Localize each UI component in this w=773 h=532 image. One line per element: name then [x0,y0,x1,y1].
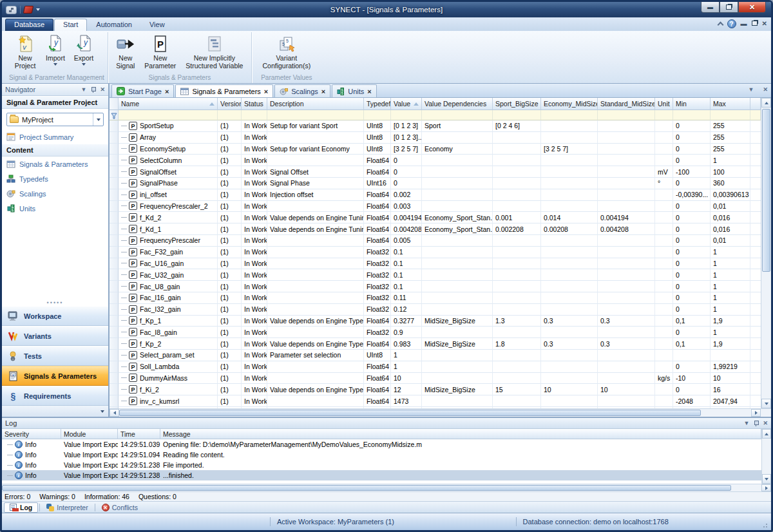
log-close-icon[interactable]: ✕ [763,421,768,426]
filter-cell-value[interactable] [391,110,422,120]
log-row[interactable]: iInfoValue Import Export ...14:29:51.094… [2,450,761,460]
table-row[interactable]: PFac_I8_gain(1)In WorkFloat320.901 [110,327,761,338]
bottomtab-conflicts[interactable]: ✕ Conflicts [97,502,143,513]
doctab-units[interactable]: Units × [332,84,377,97]
scroll-down-icon[interactable] [761,399,771,408]
tab-automation[interactable]: Automation [88,19,140,31]
filter-cell-version[interactable] [218,110,242,120]
table-row[interactable]: Pinj_offset(1)In WorkInjection offsetFlo… [110,189,761,201]
log-column-header-module[interactable]: Module [61,429,118,439]
nav-item-units[interactable]: Units [2,201,108,216]
row-header[interactable] [110,166,119,178]
row-header[interactable] [110,155,119,166]
modules-overflow-icon[interactable] [100,410,104,413]
import-button[interactable]: y Import [42,33,69,67]
column-header-standard[interactable]: Standard_MidSize [598,98,655,110]
row-header[interactable] [110,395,119,407]
table-row[interactable]: PFac_F32_gain(1)In WorkFloat320.101 [110,247,761,258]
row-header[interactable] [110,373,119,385]
table-row[interactable]: PFac_I16_gain(1)In WorkFloat320.1101 [110,292,761,304]
module-variants[interactable]: Variants [2,326,108,346]
nav-item-typedefs[interactable]: Typedefs [2,171,108,186]
table-row[interactable]: Pinv_c_kumsrl(1)In WorkFloat641473-20482… [110,395,761,407]
row-header[interactable] [110,327,119,338]
minimize-button[interactable]: ▬ [701,2,720,13]
column-header-max[interactable]: Max [711,98,750,110]
project-summary-link[interactable]: Project Summary [2,130,108,144]
tab-list-dropdown-icon[interactable]: ▼ [749,87,754,93]
scrollbar-thumb[interactable] [119,410,701,416]
new-signal-button[interactable]: New Signal [112,33,139,71]
row-header[interactable] [110,316,119,327]
table-row[interactable]: Pf_Kd_2(1)In WorkValue depends on Engine… [110,212,761,223]
mdi-minimize-icon[interactable]: ▬ [741,21,747,27]
filter-cell-deps[interactable] [422,110,493,120]
table-row[interactable]: Pf_Kd_1(1)In WorkValue depends on Engine… [110,223,761,235]
filter-cell-typedef[interactable] [364,110,391,120]
column-header-description[interactable]: Description [267,98,364,110]
row-header[interactable] [110,292,119,304]
filter-cell-min[interactable] [673,110,711,120]
table-row[interactable]: Pf_Ki_2(1)In WorkValue depends on Engine… [110,384,761,395]
row-header[interactable] [110,350,119,361]
filter-cell-description[interactable] [267,110,364,120]
project-selector-dropdown-icon[interactable] [93,113,103,126]
new-project-button[interactable]: v New Project [10,33,41,71]
row-header[interactable] [110,281,119,292]
log-pin-icon[interactable] [753,420,759,426]
log-column-header-severity[interactable]: Severity [2,429,61,439]
mdi-close-icon[interactable]: ✕ [762,21,767,27]
tab-close-icon[interactable]: × [264,88,268,95]
book-icon[interactable] [23,6,34,14]
table-row[interactable]: PEconomySetup(1)In WorkSetup for variant… [110,144,761,155]
close-button[interactable]: ✕ [738,2,766,13]
row-header[interactable] [110,235,119,247]
column-header-unit[interactable]: Unit [655,98,673,110]
tab-start[interactable]: Start [54,19,87,31]
row-header[interactable] [110,304,119,316]
doctab-start-page[interactable]: Start Page × [111,84,174,97]
navigator-close-icon[interactable]: ✕ [100,87,105,93]
log-vertical-scrollbar[interactable] [761,429,771,484]
scrollbar-thumb[interactable] [762,109,770,272]
table-filter-row[interactable] [110,110,761,120]
table-row[interactable]: PFac_U8_gain(1)In WorkFloat320.101 [110,281,761,292]
scroll-up-icon[interactable] [762,429,771,439]
table-vertical-scrollbar[interactable] [761,98,771,408]
collapse-ribbon-icon[interactable] [718,21,723,26]
row-header[interactable] [110,338,119,350]
row-header[interactable] [110,144,119,155]
table-row[interactable]: PSelect_param_set(1)In WorkParameter set… [110,350,761,361]
splitter-handle[interactable]: ••••• [2,301,108,306]
scroll-right-icon[interactable] [761,484,771,491]
column-header-version[interactable]: Version [218,98,242,110]
row-header[interactable] [110,120,119,132]
navigator-dropdown-icon[interactable]: ▼ [81,87,87,93]
tab-strip-close-icon[interactable]: ✕ [763,87,768,93]
row-header[interactable] [110,269,119,281]
table-row[interactable]: PSportSetup(1)In WorkSetup for variant S… [110,120,761,132]
table-row[interactable]: PSelectColumn(1)In WorkFloat64001 [110,155,761,166]
scroll-left-icon[interactable] [110,409,119,417]
table-row[interactable]: PFrequencyPrescaler(1)In WorkFloat640.00… [110,235,761,247]
table-row[interactable]: PSoll_Lambda(1)In WorkFloat64101,99219 [110,361,761,373]
module-tests[interactable]: Tests [2,346,108,366]
row-header[interactable] [110,189,119,201]
resize-grip[interactable] [763,522,769,528]
table-row[interactable]: Pf_Kp_1(1)In WorkValue depends on Engine… [110,316,761,327]
table-row[interactable]: PDummyAirMass(1)In WorkFloat6410kg/s-101… [110,373,761,385]
table-row[interactable]: PFrequencyPrescaler_2(1)In WorkFloat640.… [110,201,761,213]
bottomtab-log[interactable]: Log [4,502,38,513]
row-header[interactable] [110,201,119,213]
scroll-right-icon[interactable] [751,409,761,417]
bottomtab-interpreter[interactable]: Interpreter [41,502,93,513]
filter-cell-name[interactable] [119,110,218,120]
doctab-signals-parameters[interactable]: Signals & Parameters × [175,84,273,97]
log-row[interactable]: iInfoValue Import Export ...14:29:51.039… [2,439,761,450]
scroll-up-icon[interactable] [761,98,771,108]
scroll-down-icon[interactable] [762,474,771,484]
filter-cell-unit[interactable] [655,110,673,120]
column-header-value[interactable]: Value [391,98,422,110]
table-row[interactable]: PSignalOffset(1)In WorkSignal OffsetFloa… [110,166,761,178]
column-header-status[interactable]: Status [242,98,267,110]
